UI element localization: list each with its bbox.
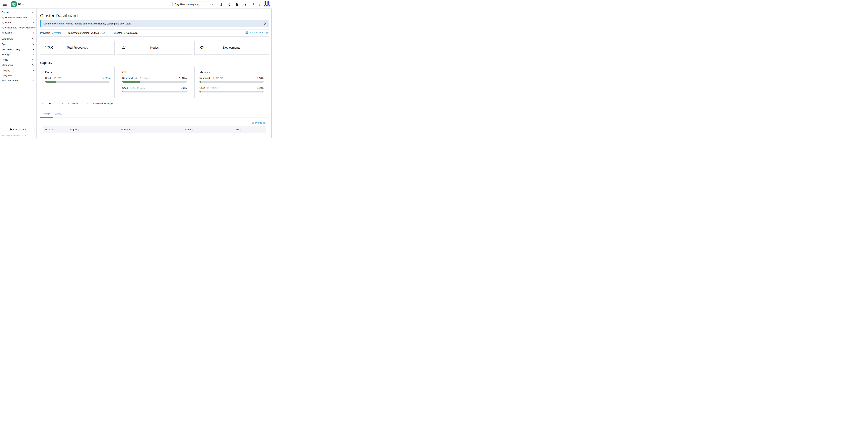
gauge-percent: 2.39% <box>257 87 264 89</box>
banner-text: Use the new Cluster Tools to manage and … <box>43 22 131 25</box>
capacity-card-title: Pods <box>45 71 110 74</box>
chevron-down-icon <box>32 38 34 39</box>
sidebar-group-more-resources[interactable]: More Resources <box>0 78 36 83</box>
add-cluster-badge-label: Add Cluster Badge <box>249 31 269 34</box>
sidebar-item-label: Cluster and Project Members <box>5 26 36 29</box>
component-status-scheduler: ✓ Scheduler <box>60 101 82 106</box>
sidebar-item-nodes[interactable]: Nodes 4 <box>0 20 36 25</box>
kubectl-shell-icon[interactable] <box>228 3 231 6</box>
provider-link[interactable]: Harvester <box>51 32 61 34</box>
cluster-tools-button[interactable]: Cluster Tools <box>2 127 35 132</box>
globe-icon <box>2 27 4 29</box>
sidebar-item-cluster-project-members[interactable]: Cluster and Project Members <box>0 25 36 30</box>
download-kubeconfig-icon[interactable] <box>236 3 239 6</box>
namespace-filter-dropdown[interactable]: Only User Namespaces <box>173 2 215 7</box>
harvester-cluster-dashboard: ha... Only User Namespaces <box>0 0 272 138</box>
gauge-label: Reserved <box>199 77 210 79</box>
gauge-label: Reserved <box>122 77 133 79</box>
close-icon[interactable] <box>264 22 267 25</box>
stat-card-nodes[interactable]: 4 Nodes <box>117 41 192 55</box>
sidebar-group-label: Monitoring <box>2 64 13 66</box>
progress-bar <box>199 81 264 83</box>
sidebar-group-label: Storage <box>2 53 10 56</box>
component-status-controller-manager: ✓ Controller Manager <box>85 101 116 106</box>
kubernetes-version-label: Kubernetes Version: <box>68 32 90 34</box>
created-field: Created: 9 hours ago <box>114 32 138 34</box>
progress-bar <box>122 81 187 83</box>
divider <box>40 29 269 30</box>
tab-alerts[interactable]: Alerts <box>53 111 64 117</box>
chevron-down-icon <box>32 80 34 81</box>
component-label: Scheduler <box>65 102 81 105</box>
sidebar-group-logging[interactable]: Logging <box>0 67 36 73</box>
gauge-cpu-used: Used 1.02 / 192 cores 0.53% <box>122 87 187 93</box>
column-header-date[interactable]: Date <box>231 128 266 131</box>
gauge-label: Used <box>122 87 128 89</box>
sidebar-item-projects-namespaces[interactable]: Projects/Namespaces <box>0 15 36 20</box>
stat-label: Nodes <box>117 46 191 50</box>
sidebar-section-cluster[interactable]: Cluster <box>0 10 36 15</box>
sidebar-group-apps[interactable]: Apps <box>0 41 36 47</box>
sort-icon-active <box>240 129 241 131</box>
sidebar: Cluster Projects/Namespaces <box>0 8 37 138</box>
cluster-name[interactable]: ha... <box>18 3 24 6</box>
capacity-heading: Capacity <box>40 61 269 65</box>
sidebar-group-label: Policy <box>2 59 8 61</box>
info-banner: Use the new Cluster Tools to manage and … <box>40 20 269 27</box>
capacity-card-pods: Pods Used 139 / 800 17.38% <box>40 67 115 98</box>
column-label: Message <box>121 128 130 131</box>
kubernetes-version-field: Kubernetes Version: v1.25.9 +rke2r1 <box>68 32 106 34</box>
full-events-list-link[interactable]: Full events list <box>250 122 266 124</box>
provider-field: Provider: Harvester <box>40 32 61 34</box>
gauge-memory-used: Used 12 / 503 GiB 2.39% <box>199 87 264 93</box>
app-header: ha... Only User Namespaces <box>0 0 272 8</box>
copy-kubeconfig-icon[interactable] <box>243 3 247 6</box>
sort-icon <box>54 129 56 131</box>
stat-card-deployments[interactable]: 32 Deployments <box>194 41 269 55</box>
capacity-card-cpu: CPU Reserved 54.11 / 192 cores 28.18% Us… <box>117 67 192 98</box>
sidebar-group-label: More Resources <box>2 79 19 82</box>
version-label: v2.7.6 (Harvester-v1.2.0) <box>2 134 26 137</box>
user-avatar[interactable] <box>264 1 270 7</box>
harvester-logo-icon[interactable] <box>11 1 17 7</box>
search-icon[interactable] <box>251 3 255 6</box>
events-panel: Full events list Reason Object Message <box>40 118 269 137</box>
sidebar-group-workloads[interactable]: Workloads <box>0 36 36 41</box>
full-events-row: Full events list <box>40 118 269 124</box>
checkmark-icon: ✓ <box>60 102 65 105</box>
kebab-menu-icon[interactable] <box>259 3 260 6</box>
capacity-card-memory: Memory Reserved 16 / 503 GiB 3.18% Used … <box>194 67 269 98</box>
column-header-object[interactable]: Object <box>68 128 119 131</box>
scrollbar[interactable] <box>271 9 272 138</box>
column-header-reason[interactable]: Reason <box>43 128 68 131</box>
namespace-filter-value: Only User Namespaces <box>175 3 199 5</box>
chevron-down-icon <box>32 69 34 71</box>
tab-bar: Events Alerts <box>40 111 269 118</box>
column-label: Name <box>185 128 191 131</box>
sort-icon <box>192 129 193 131</box>
divider <box>40 36 269 37</box>
provider-label: Provider: <box>40 32 50 34</box>
add-cluster-badge-link[interactable]: Add Cluster Badge <box>245 31 269 34</box>
sidebar-group-longhorn[interactable]: Longhorn <box>0 73 36 78</box>
sidebar-group-label: Logging <box>2 69 10 71</box>
glance-row: Provider: Harvester Kubernetes Version: … <box>40 31 269 34</box>
main-content: Cluster Dashboard Use the new Cluster To… <box>37 8 272 138</box>
kubernetes-version-suffix: +rke2r1 <box>100 32 106 34</box>
sort-icon <box>131 129 133 131</box>
sidebar-group-storage[interactable]: Storage <box>0 52 36 57</box>
tab-events[interactable]: Events <box>40 111 53 118</box>
created-label: Created: <box>114 32 123 34</box>
sidebar-group-monitoring[interactable]: Monitoring <box>0 62 36 67</box>
import-yaml-icon[interactable] <box>220 3 223 6</box>
column-header-message[interactable]: Message <box>119 128 182 131</box>
menu-icon[interactable] <box>3 3 7 5</box>
sidebar-item-events[interactable]: Events 0 <box>0 30 36 35</box>
kubernetes-version-value: v1.25.9 <box>91 32 99 34</box>
sidebar-group-policy[interactable]: Policy <box>0 57 36 62</box>
stat-card-total-resources[interactable]: 233 Total Resources <box>40 41 115 55</box>
events-table-header: Reason Object Message Name <box>43 126 266 133</box>
sidebar-group-service-discovery[interactable]: Service Discovery <box>0 47 36 52</box>
gauge-label: Used <box>199 87 205 89</box>
column-header-name[interactable]: Name <box>182 128 231 131</box>
